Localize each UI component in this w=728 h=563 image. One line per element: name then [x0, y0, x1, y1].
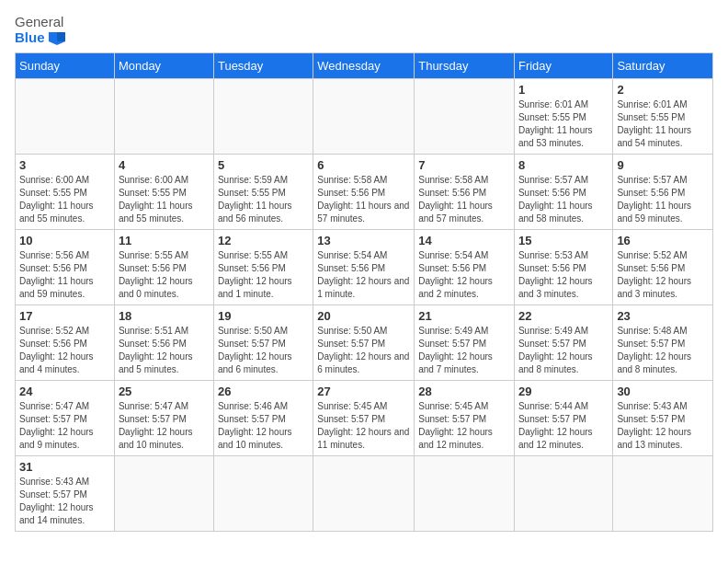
day-number: 24 [19, 385, 110, 398]
calendar-cell [114, 456, 213, 532]
calendar-header-saturday: Saturday [613, 53, 713, 79]
calendar-cell [114, 79, 213, 155]
logo: General Blue [15, 15, 65, 45]
day-number: 9 [617, 158, 709, 172]
day-number: 8 [518, 158, 609, 172]
calendar-week-3: 17Sunrise: 5:52 AM Sunset: 5:56 PM Dayli… [16, 305, 713, 381]
day-number: 1 [518, 83, 609, 97]
calendar-cell: 25Sunrise: 5:47 AM Sunset: 5:57 PM Dayli… [114, 381, 213, 456]
day-number: 19 [218, 309, 309, 323]
calendar-cell: 13Sunrise: 5:54 AM Sunset: 5:56 PM Dayli… [313, 230, 415, 305]
calendar-cell [213, 456, 313, 532]
calendar-cell: 7Sunrise: 5:58 AM Sunset: 5:56 PM Daylig… [415, 155, 515, 230]
day-info: Sunrise: 5:52 AM Sunset: 5:56 PM Dayligh… [19, 325, 110, 376]
calendar-cell: 3Sunrise: 6:00 AM Sunset: 5:55 PM Daylig… [16, 155, 115, 230]
calendar-cell: 28Sunrise: 5:45 AM Sunset: 5:57 PM Dayli… [415, 381, 515, 456]
calendar-header-sunday: Sunday [16, 53, 115, 79]
day-number: 10 [19, 234, 110, 247]
calendar-week-5: 31Sunrise: 5:43 AM Sunset: 5:57 PM Dayli… [16, 456, 713, 532]
day-number: 5 [218, 158, 309, 172]
calendar-cell: 14Sunrise: 5:54 AM Sunset: 5:56 PM Dayli… [415, 230, 515, 305]
calendar-cell: 12Sunrise: 5:55 AM Sunset: 5:56 PM Dayli… [213, 230, 313, 305]
day-number: 20 [317, 309, 410, 323]
day-number: 7 [418, 158, 510, 172]
calendar-cell: 16Sunrise: 5:52 AM Sunset: 5:56 PM Dayli… [613, 230, 713, 305]
day-info: Sunrise: 6:00 AM Sunset: 5:55 PM Dayligh… [19, 174, 110, 225]
day-number: 14 [418, 234, 510, 247]
day-number: 23 [617, 309, 709, 323]
calendar-cell: 15Sunrise: 5:53 AM Sunset: 5:56 PM Dayli… [514, 230, 612, 305]
calendar-cell: 8Sunrise: 5:57 AM Sunset: 5:56 PM Daylig… [514, 155, 612, 230]
day-info: Sunrise: 5:50 AM Sunset: 5:57 PM Dayligh… [218, 325, 309, 376]
day-number: 16 [617, 234, 709, 247]
day-number: 17 [19, 309, 110, 323]
day-info: Sunrise: 5:45 AM Sunset: 5:57 PM Dayligh… [317, 400, 410, 452]
calendar-cell: 6Sunrise: 5:58 AM Sunset: 5:56 PM Daylig… [313, 155, 415, 230]
day-number: 2 [617, 83, 709, 97]
day-info: Sunrise: 5:45 AM Sunset: 5:57 PM Dayligh… [418, 400, 510, 452]
day-info: Sunrise: 5:50 AM Sunset: 5:57 PM Dayligh… [317, 325, 410, 376]
calendar-week-2: 10Sunrise: 5:56 AM Sunset: 5:56 PM Dayli… [16, 230, 713, 305]
day-info: Sunrise: 6:01 AM Sunset: 5:55 PM Dayligh… [617, 98, 709, 150]
day-info: Sunrise: 5:55 AM Sunset: 5:56 PM Dayligh… [119, 249, 210, 301]
calendar-cell [313, 79, 415, 155]
day-info: Sunrise: 5:43 AM Sunset: 5:57 PM Dayligh… [617, 400, 709, 452]
calendar-cell [213, 79, 313, 155]
day-number: 31 [19, 460, 110, 474]
calendar-cell: 27Sunrise: 5:45 AM Sunset: 5:57 PM Dayli… [313, 381, 415, 456]
page-header: General Blue [15, 15, 713, 45]
calendar-week-4: 24Sunrise: 5:47 AM Sunset: 5:57 PM Dayli… [16, 381, 713, 456]
logo-flag-icon [49, 32, 65, 45]
day-info: Sunrise: 5:47 AM Sunset: 5:57 PM Dayligh… [119, 400, 210, 452]
day-number: 11 [119, 234, 210, 247]
calendar-cell: 19Sunrise: 5:50 AM Sunset: 5:57 PM Dayli… [213, 305, 313, 381]
day-info: Sunrise: 5:52 AM Sunset: 5:56 PM Dayligh… [617, 249, 709, 301]
day-info: Sunrise: 5:47 AM Sunset: 5:57 PM Dayligh… [19, 400, 110, 452]
calendar-cell: 30Sunrise: 5:43 AM Sunset: 5:57 PM Dayli… [613, 381, 713, 456]
calendar-cell: 20Sunrise: 5:50 AM Sunset: 5:57 PM Dayli… [313, 305, 415, 381]
day-info: Sunrise: 5:57 AM Sunset: 5:56 PM Dayligh… [518, 174, 609, 225]
calendar-cell: 9Sunrise: 5:57 AM Sunset: 5:56 PM Daylig… [613, 155, 713, 230]
calendar-cell: 18Sunrise: 5:51 AM Sunset: 5:56 PM Dayli… [114, 305, 213, 381]
day-info: Sunrise: 5:49 AM Sunset: 5:57 PM Dayligh… [418, 325, 510, 376]
day-info: Sunrise: 5:58 AM Sunset: 5:56 PM Dayligh… [317, 174, 410, 225]
calendar-week-0: 1Sunrise: 6:01 AM Sunset: 5:55 PM Daylig… [16, 79, 713, 155]
calendar-cell: 17Sunrise: 5:52 AM Sunset: 5:56 PM Dayli… [16, 305, 115, 381]
day-info: Sunrise: 5:53 AM Sunset: 5:56 PM Dayligh… [518, 249, 609, 301]
day-info: Sunrise: 5:46 AM Sunset: 5:57 PM Dayligh… [218, 400, 309, 452]
day-number: 12 [218, 234, 309, 247]
day-info: Sunrise: 5:58 AM Sunset: 5:56 PM Dayligh… [418, 174, 510, 225]
day-info: Sunrise: 5:44 AM Sunset: 5:57 PM Dayligh… [518, 400, 609, 452]
day-number: 13 [317, 234, 410, 247]
calendar-week-1: 3Sunrise: 6:00 AM Sunset: 5:55 PM Daylig… [16, 155, 713, 230]
calendar-header-row: SundayMondayTuesdayWednesdayThursdayFrid… [16, 53, 713, 79]
calendar-cell: 24Sunrise: 5:47 AM Sunset: 5:57 PM Dayli… [16, 381, 115, 456]
day-number: 28 [418, 385, 510, 398]
day-number: 21 [418, 309, 510, 323]
calendar-header-friday: Friday [514, 53, 612, 79]
calendar-cell [514, 456, 612, 532]
day-number: 15 [518, 234, 609, 247]
calendar-cell: 10Sunrise: 5:56 AM Sunset: 5:56 PM Dayli… [16, 230, 115, 305]
calendar-cell: 26Sunrise: 5:46 AM Sunset: 5:57 PM Dayli… [213, 381, 313, 456]
day-number: 25 [119, 385, 210, 398]
day-number: 3 [19, 158, 110, 172]
calendar-header-tuesday: Tuesday [213, 53, 313, 79]
calendar-cell [415, 79, 515, 155]
calendar-header-wednesday: Wednesday [313, 53, 415, 79]
day-info: Sunrise: 5:48 AM Sunset: 5:57 PM Dayligh… [617, 325, 709, 376]
day-number: 26 [218, 385, 309, 398]
day-number: 6 [317, 158, 410, 172]
calendar-table: SundayMondayTuesdayWednesdayThursdayFrid… [15, 52, 713, 532]
calendar-cell: 11Sunrise: 5:55 AM Sunset: 5:56 PM Dayli… [114, 230, 213, 305]
calendar-cell: 2Sunrise: 6:01 AM Sunset: 5:55 PM Daylig… [613, 79, 713, 155]
day-info: Sunrise: 5:54 AM Sunset: 5:56 PM Dayligh… [317, 249, 410, 301]
calendar-cell: 1Sunrise: 6:01 AM Sunset: 5:55 PM Daylig… [514, 79, 612, 155]
day-info: Sunrise: 5:49 AM Sunset: 5:57 PM Dayligh… [518, 325, 609, 376]
calendar-header-thursday: Thursday [415, 53, 515, 79]
day-info: Sunrise: 5:55 AM Sunset: 5:56 PM Dayligh… [218, 249, 309, 301]
calendar-cell [313, 456, 415, 532]
day-number: 18 [119, 309, 210, 323]
calendar-cell: 4Sunrise: 6:00 AM Sunset: 5:55 PM Daylig… [114, 155, 213, 230]
day-info: Sunrise: 5:59 AM Sunset: 5:55 PM Dayligh… [218, 174, 309, 225]
